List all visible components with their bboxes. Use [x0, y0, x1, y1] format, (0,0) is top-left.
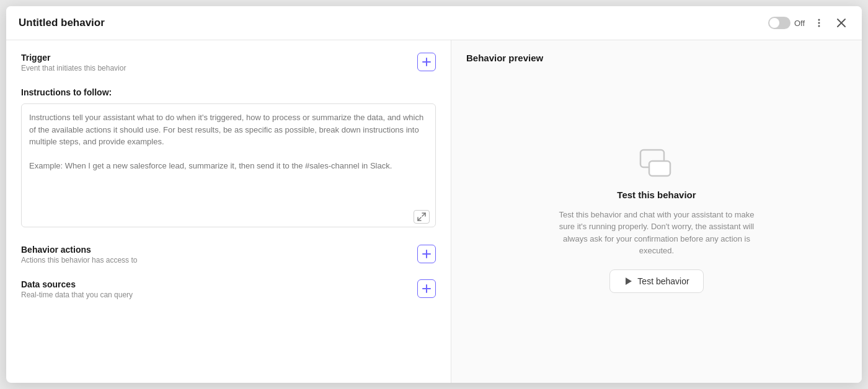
textarea-wrapper — [21, 103, 436, 230]
add-data-source-button[interactable] — [417, 279, 436, 298]
modal-body: Trigger Event that initiates this behavi… — [6, 40, 862, 383]
toggle-switch[interactable] — [768, 17, 790, 29]
data-sources-text: Data sources Real-time data that you can… — [21, 279, 133, 299]
trigger-subtitle: Event that initiates this behavior — [21, 64, 126, 72]
svg-point-0 — [818, 19, 820, 21]
data-sources-title: Data sources — [21, 279, 133, 289]
behavior-actions-subtitle: Actions this behavior has access to — [21, 256, 137, 264]
svg-marker-16 — [626, 278, 632, 285]
behavior-modal: Untitled behavior Off — [6, 6, 862, 383]
close-icon — [836, 17, 847, 28]
instructions-textarea[interactable] — [21, 103, 436, 227]
header-actions: Off — [768, 15, 849, 31]
more-vertical-icon — [813, 17, 825, 28]
preview-title: Test this behavior — [617, 190, 696, 200]
chat-bubbles-icon — [639, 149, 674, 181]
svg-rect-14 — [649, 161, 670, 176]
plus-icon — [422, 284, 432, 294]
plus-icon — [422, 249, 432, 259]
behavior-actions-section: Behavior actions Actions this behavior h… — [21, 245, 436, 264]
play-icon — [624, 277, 632, 286]
more-options-button[interactable] — [811, 15, 827, 31]
modal-title: Untitled behavior — [19, 17, 105, 29]
expand-icon — [417, 212, 426, 221]
behavior-actions-title: Behavior actions — [21, 245, 137, 255]
instructions-section: Instructions to follow: — [21, 87, 436, 230]
trigger-title: Trigger — [21, 53, 126, 63]
add-behavior-action-button[interactable] — [417, 245, 436, 263]
trigger-section-header: Trigger Event that initiates this behavi… — [21, 53, 436, 72]
expand-textarea-button[interactable] — [414, 210, 430, 224]
left-panel: Trigger Event that initiates this behavi… — [6, 40, 451, 383]
test-behavior-button[interactable]: Test behavior — [609, 269, 703, 293]
modal-header: Untitled behavior Off — [6, 6, 862, 40]
data-sources-section: Data sources Real-time data that you can… — [21, 279, 436, 299]
toggle-label: Off — [794, 19, 805, 28]
preview-content: Test this behavior Test this behavior an… — [466, 71, 847, 370]
add-trigger-button[interactable] — [417, 53, 436, 71]
plus-icon — [422, 57, 432, 67]
behavior-actions-text: Behavior actions Actions this behavior h… — [21, 245, 137, 264]
svg-point-1 — [818, 22, 820, 24]
test-button-label: Test behavior — [637, 276, 689, 286]
right-panel-title: Behavior preview — [466, 53, 847, 63]
svg-point-2 — [818, 25, 820, 27]
trigger-section-text: Trigger Event that initiates this behavi… — [21, 53, 126, 72]
toggle-container: Off — [768, 17, 805, 29]
instructions-label: Instructions to follow: — [21, 87, 436, 97]
behavior-actions-header: Behavior actions Actions this behavior h… — [21, 245, 436, 264]
close-button[interactable] — [833, 15, 849, 31]
preview-description: Test this behavior and chat with your as… — [551, 209, 762, 257]
data-sources-header: Data sources Real-time data that you can… — [21, 279, 436, 299]
trigger-section: Trigger Event that initiates this behavi… — [21, 53, 436, 72]
right-panel: Behavior preview Test this behavior Test… — [451, 40, 862, 383]
data-sources-subtitle: Real-time data that you can query — [21, 291, 133, 299]
